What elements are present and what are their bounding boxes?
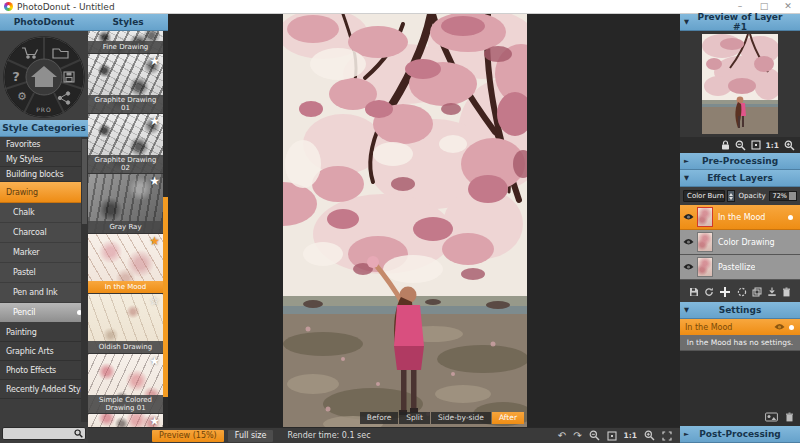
category-painting[interactable]: Painting: [0, 323, 88, 342]
render-time-label: Render time: 0.1 sec: [287, 431, 370, 440]
layer-row-in-the-mood[interactable]: In the Mood: [680, 205, 800, 230]
main-menu-wheel[interactable]: ? ⚙ PRO: [0, 31, 88, 120]
full-size-button[interactable]: Full size: [228, 430, 274, 442]
collapse-triangle-icon[interactable]: [680, 174, 693, 182]
category-charcoal[interactable]: Charcoal: [0, 223, 88, 243]
circle-mask-icon[interactable]: [737, 287, 747, 297]
snapshot-icon[interactable]: [765, 412, 778, 422]
settings-title: Settings: [693, 305, 787, 315]
fit-to-view-icon[interactable]: [607, 431, 617, 441]
fullscreen-icon[interactable]: [662, 431, 672, 441]
search-icon[interactable]: [74, 429, 83, 438]
blend-mode-select[interactable]: Color Burn: [683, 190, 725, 202]
fit-to-view-icon[interactable]: [751, 140, 761, 150]
lock-icon[interactable]: [721, 140, 730, 150]
pre-processing-header[interactable]: Pre-Processing: [680, 153, 800, 170]
category-scrollbar-thumb[interactable]: [82, 139, 87, 224]
zoom-out-icon[interactable]: [589, 430, 600, 441]
settings-message: In the Mood has no settings.: [680, 335, 800, 351]
category-pencil[interactable]: Pencil: [0, 303, 88, 323]
favorite-star-icon[interactable]: [149, 114, 160, 128]
layer-visibility-toggle[interactable]: [680, 263, 697, 271]
refresh-icon[interactable]: [704, 287, 714, 297]
layer-preview-image: [702, 34, 778, 134]
view-side-by-side-button[interactable]: Side-by-side: [431, 412, 491, 424]
eye-icon[interactable]: [774, 323, 785, 331]
favorite-star-icon[interactable]: [149, 414, 160, 427]
preview-size-button[interactable]: Preview (15%): [152, 430, 224, 442]
post-processing-title: Post-Processing: [693, 429, 787, 439]
style-item-graphite-drawing-01[interactable]: Graphite Drawing 01: [88, 54, 163, 114]
style-item-graphite-drawing-02[interactable]: Graphite Drawing 02: [88, 114, 163, 174]
favorite-star-icon[interactable]: [149, 354, 160, 368]
settings-header[interactable]: Settings: [680, 302, 800, 319]
collapse-triangle-icon[interactable]: [680, 306, 693, 314]
category-photo-effects[interactable]: Photo Effects: [0, 361, 88, 380]
title-bar: PhotoDonut - Untitled – □ ✕: [0, 0, 800, 14]
preview-of-layer-title: Preview of Layer #1: [693, 12, 787, 32]
style-item-in-the-mood[interactable]: In the Mood: [88, 234, 163, 294]
view-before-button[interactable]: Before: [360, 412, 399, 424]
layer-visibility-toggle[interactable]: [680, 238, 697, 246]
layer-row-color-drawing[interactable]: Color Drawing: [680, 230, 800, 255]
effect-layers-header[interactable]: Effect Layers: [680, 170, 800, 187]
layer-row-pastellize[interactable]: Pastellize: [680, 255, 800, 280]
styles-list: Fine Drawing Graphite Drawing 01 Graphit…: [88, 31, 163, 427]
style-categories-title: Style Categories: [0, 123, 88, 133]
category-pastel[interactable]: Pastel: [0, 263, 88, 283]
save-layers-icon[interactable]: [689, 287, 699, 297]
add-layer-icon[interactable]: [719, 286, 731, 298]
zoom-out-icon[interactable]: [735, 140, 746, 151]
category-list: Favorites My Styles Building blocks Draw…: [0, 137, 88, 399]
layer-visibility-toggle[interactable]: [680, 213, 697, 221]
category-recently-added-styles[interactable]: Recently Added Styles: [0, 380, 88, 399]
category-my-styles[interactable]: My Styles: [0, 152, 88, 167]
favorite-star-icon[interactable]: [149, 54, 160, 68]
style-item-simple-colored-drawing-01[interactable]: Simple Colored Drawing 01: [88, 354, 163, 414]
opacity-slider[interactable]: 72%: [769, 191, 797, 201]
favorite-star-icon[interactable]: [149, 174, 160, 188]
category-chalk[interactable]: Chalk: [0, 203, 88, 223]
preview-zoom-ratio-button[interactable]: 1:1: [766, 141, 779, 150]
settings-active-layer-bar[interactable]: In the Mood: [680, 319, 800, 335]
layer-thumbnail: [697, 207, 713, 227]
undo-icon[interactable]: ↶: [558, 431, 566, 441]
style-item-partial[interactable]: [88, 414, 163, 427]
merge-layers-icon[interactable]: [767, 287, 777, 297]
redo-icon[interactable]: ↷: [573, 431, 581, 441]
favorite-star-icon[interactable]: [149, 294, 160, 308]
eye-icon: [683, 213, 694, 221]
expand-triangle-icon[interactable]: [680, 430, 693, 438]
expand-triangle-icon[interactable]: [680, 157, 693, 165]
delete-layer-icon[interactable]: [782, 287, 791, 297]
collapse-triangle-icon[interactable]: [680, 18, 693, 26]
zoom-ratio-button[interactable]: 1:1: [624, 431, 637, 440]
blend-controls: Color Burn Opacity 72%: [680, 187, 800, 205]
category-scrollbar[interactable]: [81, 137, 88, 422]
preview-of-layer-header[interactable]: Preview of Layer #1: [680, 14, 800, 31]
category-marker[interactable]: Marker: [0, 243, 88, 263]
category-favorites[interactable]: Favorites: [0, 137, 88, 152]
zoom-in-icon[interactable]: [644, 430, 655, 441]
zoom-in-icon[interactable]: [784, 140, 795, 151]
style-item-oldish-drawing[interactable]: Oldish Drawing: [88, 294, 163, 354]
canvas-area[interactable]: Before Split Side-by-side After: [168, 14, 680, 427]
view-split-button[interactable]: Split: [399, 412, 430, 424]
delete-settings-icon[interactable]: [785, 412, 794, 422]
view-after-button[interactable]: After: [492, 412, 524, 424]
style-item-gray-ray[interactable]: Gray Ray: [88, 174, 163, 234]
category-drawing[interactable]: Drawing: [0, 182, 88, 203]
blend-mode-spinner[interactable]: [727, 190, 735, 202]
category-pen-and-ink[interactable]: Pen and Ink: [0, 283, 88, 303]
duplicate-layer-icon[interactable]: [752, 287, 762, 297]
styles-title: Styles: [88, 17, 168, 27]
category-building-blocks[interactable]: Building blocks: [0, 167, 88, 182]
preview-toolbar: 1:1: [680, 137, 800, 153]
post-processing-header[interactable]: Post-Processing: [680, 426, 800, 443]
category-graphic-arts[interactable]: Graphic Arts: [0, 342, 88, 361]
style-item-fine-drawing[interactable]: Fine Drawing: [88, 31, 163, 54]
effect-layers-title: Effect Layers: [693, 173, 787, 183]
style-categories-header: Style Categories: [0, 120, 88, 137]
eye-icon: [683, 238, 694, 246]
favorite-star-icon[interactable]: [149, 234, 160, 248]
